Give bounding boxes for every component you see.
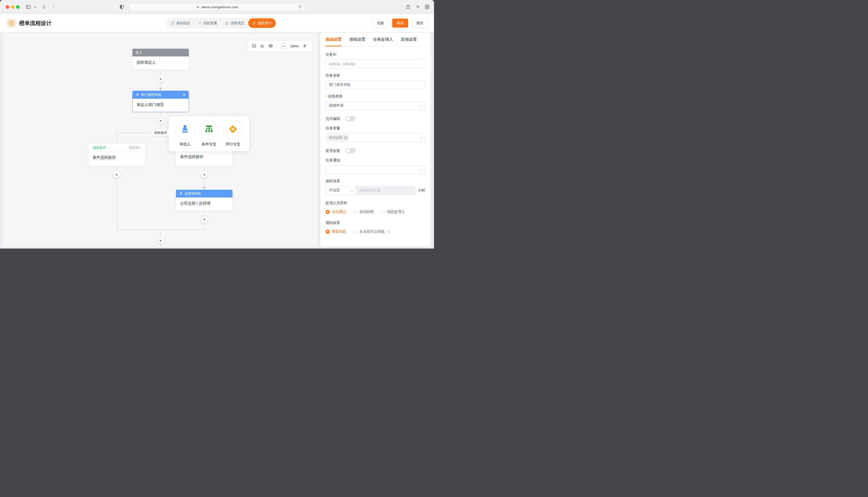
minimize-window-button[interactable] xyxy=(11,5,14,9)
task-id-input[interactable] xyxy=(326,59,425,68)
return-setting-label: 退回设置 xyxy=(326,221,425,225)
node-condition-left-body: 条件流转路径 xyxy=(88,152,145,165)
arrow-down-icon xyxy=(159,88,162,90)
task-variable-label: 任务变量 xyxy=(326,126,425,131)
panel-tabs: 基础设置 按钮设置 任务处理人 其他设置 xyxy=(320,33,431,46)
popover-option-condition-branch[interactable]: 条件分支 xyxy=(199,120,219,151)
lock-icon xyxy=(196,5,200,9)
node-start-title: 录入 xyxy=(136,50,142,55)
timeout-unit: 小时 xyxy=(418,188,425,193)
empty-assignee-label: 处理人为空时 xyxy=(326,201,425,205)
panel-tab-assignee[interactable]: 任务处理人 xyxy=(373,33,393,46)
close-icon[interactable]: ✕ xyxy=(182,93,185,97)
tab-process-design[interactable]: 流程设计 xyxy=(248,18,276,28)
node-gm-body: 公司总部 / 总经理 xyxy=(176,197,233,211)
switch-button[interactable]: 切换 xyxy=(373,18,389,28)
radio-icon xyxy=(326,230,330,234)
settings-panel: 基础设置 按钮设置 任务处理人 其他设置 任务ID 任务名称 * 在线表单 报销… xyxy=(320,33,431,246)
sliders-icon xyxy=(198,21,202,25)
app-logo xyxy=(7,18,16,28)
canvas-toolbar: 100% xyxy=(248,41,312,52)
flow-canvas[interactable]: 100% 录入 流程发起人 xyxy=(3,33,318,246)
node-dept-title: 部门领导审批 xyxy=(141,93,161,97)
flow-icon xyxy=(252,21,256,25)
online-form-label: * 在线表单 xyxy=(326,94,425,99)
save-button[interactable]: 保存 xyxy=(392,18,408,28)
radio-auto-reject[interactable]: 自动拒绝 xyxy=(353,210,374,214)
radio-icon xyxy=(326,210,330,214)
timeout-mode-select[interactable]: 不设置 xyxy=(326,186,356,195)
task-notify-select[interactable] xyxy=(326,165,425,174)
add-node-button[interactable]: + xyxy=(157,75,164,82)
share-icon[interactable] xyxy=(405,4,411,10)
node-start[interactable]: 录入 流程发起人 xyxy=(132,49,189,70)
radio-auto-approve[interactable]: 自动通过 xyxy=(326,210,346,214)
tag-close-icon[interactable]: ✕ xyxy=(344,136,347,140)
task-name-input[interactable] xyxy=(326,81,425,89)
add-node-button[interactable]: + xyxy=(201,216,208,223)
radio-assign-handler[interactable]: 指定处理人 xyxy=(381,210,405,214)
radio-icon xyxy=(353,230,357,234)
task-variable-select[interactable]: 报销金额 ✕ xyxy=(326,133,425,142)
stamp-icon xyxy=(136,93,139,97)
timeout-value-input[interactable]: 超时时间设置 xyxy=(356,186,415,195)
radio-from-current-node[interactable]: 从当前节点审批 xyxy=(353,229,390,234)
privacy-shield-icon[interactable] xyxy=(119,4,124,10)
countersign-label: 是否会签 xyxy=(326,148,340,153)
panel-tab-buttons[interactable]: 按钮设置 xyxy=(349,33,366,46)
reload-icon[interactable] xyxy=(298,5,302,9)
header-nav: 基础信息 流程变量 流程状态 xyxy=(166,18,277,28)
countersign-toggle[interactable] xyxy=(346,148,356,153)
online-form-select[interactable]: 报销申请 xyxy=(326,101,425,110)
add-node-button[interactable]: + xyxy=(201,171,208,178)
tab-process-status[interactable]: 流程状态 xyxy=(221,18,248,28)
node-gm-title: 总经理审批 xyxy=(184,191,201,196)
new-tab-icon[interactable] xyxy=(415,4,421,10)
allow-edit-toggle[interactable] xyxy=(346,116,356,121)
browser-chrome: demo.orangeforms.com xyxy=(0,0,434,14)
forward-button[interactable] xyxy=(51,4,56,10)
add-node-button[interactable]: + xyxy=(157,237,164,244)
zoom-in-button[interactable] xyxy=(303,44,307,49)
add-node-button[interactable]: + xyxy=(113,171,120,178)
node-dept-body: 发起人部门领导 xyxy=(133,99,189,112)
chevron-down-icon xyxy=(350,189,354,193)
url-text: demo.orangeforms.com xyxy=(202,5,238,9)
fullscreen-window-button[interactable] xyxy=(16,5,19,9)
page-title: 橙单流程设计 xyxy=(19,19,52,27)
tab-basic-info[interactable]: 基础信息 xyxy=(167,18,194,28)
timeout-label: 超时设置 xyxy=(326,179,425,184)
back-button-app[interactable]: 返回 xyxy=(412,18,428,28)
radio-re-approve[interactable]: 重新审批 xyxy=(326,229,346,234)
node-dept-approval[interactable]: 部门领导审批 ✕ 发起人部门领导 xyxy=(132,91,189,112)
browser-window: demo.orangeforms.com xyxy=(0,0,434,248)
popover-option-parallel-branch[interactable]: 并行分支 xyxy=(223,120,243,151)
task-notify-label: 任务通知 xyxy=(326,158,425,163)
download-icon[interactable] xyxy=(260,43,265,49)
node-type-popover: 审批人 xyxy=(169,116,249,151)
add-condition-button[interactable]: 添加条件 xyxy=(151,129,170,136)
zoom-out-button[interactable] xyxy=(280,43,286,49)
tab-process-variables[interactable]: 流程变量 xyxy=(194,18,221,28)
import-file-icon[interactable] xyxy=(251,43,257,49)
task-name-label: 任务名称 xyxy=(326,73,425,78)
radio-icon xyxy=(381,210,385,214)
chevron-down-icon[interactable] xyxy=(33,6,37,9)
return-setting-options: 重新审批 从当前节点审批 xyxy=(326,229,425,234)
add-node-button[interactable]: + xyxy=(157,117,164,124)
node-gm-approval[interactable]: 总经理审批 公司总部 / 总经理 xyxy=(176,190,233,211)
address-bar[interactable]: demo.orangeforms.com xyxy=(129,3,305,11)
panel-tab-basic[interactable]: 基础设置 xyxy=(326,33,342,46)
close-window-button[interactable] xyxy=(6,5,9,9)
popover-option-approver[interactable]: 审批人 xyxy=(175,120,195,151)
sidebar-toggle-icon[interactable] xyxy=(26,4,31,10)
back-button[interactable] xyxy=(41,4,47,10)
condition-status: 满足条件 xyxy=(93,145,106,150)
arrow-down-icon xyxy=(203,187,206,189)
node-condition-left[interactable]: 满足条件 优先级1 条件流转路径 xyxy=(88,144,145,166)
tab-overview-icon[interactable] xyxy=(425,4,430,10)
preview-eye-icon[interactable] xyxy=(268,43,273,49)
doc-edit-icon xyxy=(171,21,175,25)
panel-tab-other[interactable]: 其他设置 xyxy=(401,33,417,46)
header-actions: 切换 保存 返回 xyxy=(373,18,428,28)
